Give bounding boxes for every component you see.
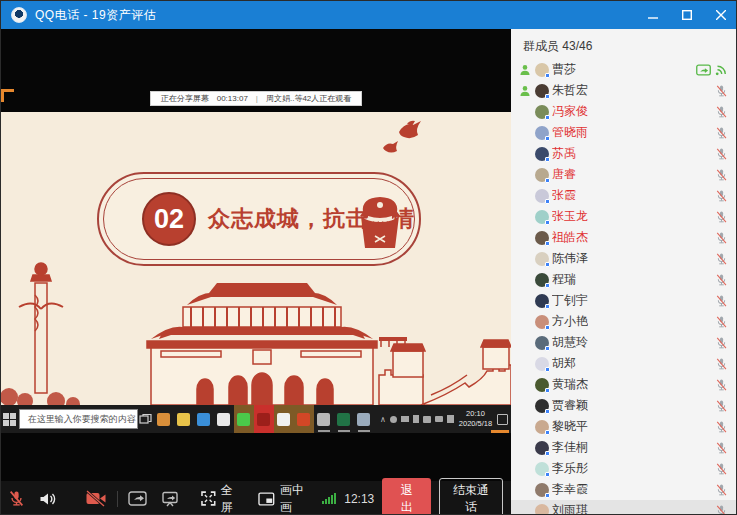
mic-muted-icon[interactable]: [715, 378, 728, 392]
mic-muted-icon[interactable]: [715, 168, 728, 182]
mic-muted-icon[interactable]: [715, 126, 728, 140]
exit-button[interactable]: 退出: [382, 478, 431, 515]
mobile-badge-icon: [545, 304, 550, 309]
member-name: 刘雨琪: [552, 502, 588, 515]
mic-muted-icon[interactable]: [715, 315, 728, 329]
member-row[interactable]: 张霞: [511, 185, 737, 206]
mic-muted-icon[interactable]: [715, 336, 728, 350]
member-avatar: [535, 147, 549, 161]
mic-muted-icon[interactable]: [715, 252, 728, 266]
camera-off-button[interactable]: [78, 481, 114, 515]
tray-icon: [401, 416, 409, 422]
fullscreen-button[interactable]: 全屏: [194, 481, 251, 515]
microphone-muted-button[interactable]: [1, 481, 32, 515]
end-call-button[interactable]: 结束通话: [439, 478, 503, 515]
maximize-button[interactable]: [670, 1, 704, 29]
system-tray: ∧: [380, 415, 454, 424]
member-name: 李乐彤: [552, 460, 588, 477]
share-status-banner: 正在分享屏幕 00:13:07 | 周文娟..等42人正在观看: [1, 90, 511, 107]
whiteboard-button[interactable]: [154, 481, 186, 515]
tray-icon: [447, 415, 454, 423]
member-avatar: [535, 483, 549, 497]
mic-muted-icon[interactable]: [715, 210, 728, 224]
qq-logo-icon: [11, 7, 27, 23]
mic-muted-icon[interactable]: [715, 231, 728, 245]
member-row[interactable]: 曹莎: [511, 59, 737, 80]
start-button-icon: [1, 405, 19, 433]
edge-icon: [194, 405, 214, 433]
mic-muted-icon[interactable]: [715, 294, 728, 308]
settings-icon: [314, 405, 334, 433]
titlebar[interactable]: QQ电话 - 19资产评估: [1, 1, 737, 29]
taskbar-search-box: 在这里输入你要搜索的内容: [19, 409, 138, 429]
member-avatar: [535, 105, 549, 119]
member-row[interactable]: 张玉龙: [511, 206, 737, 227]
member-row[interactable]: 贾睿颖: [511, 395, 737, 416]
member-avatar: [535, 189, 549, 203]
mobile-badge-icon: [545, 283, 550, 288]
slide-title-banner: 02 众志成城，抗击疫情: [97, 172, 421, 266]
picture-in-picture-button[interactable]: 画中画: [251, 481, 322, 515]
member-row[interactable]: 苏禹: [511, 143, 737, 164]
member-name: 丁钊宇: [552, 292, 588, 309]
member-row[interactable]: 李乐彤: [511, 458, 737, 479]
member-name: 陈伟泽: [552, 250, 588, 267]
mobile-badge-icon: [545, 451, 550, 456]
member-row[interactable]: 方小艳: [511, 311, 737, 332]
member-avatar: [535, 336, 549, 350]
store-icon: [154, 405, 174, 433]
member-row[interactable]: 胡慧玲: [511, 332, 737, 353]
member-row[interactable]: 李佳桐: [511, 437, 737, 458]
screen-share-button[interactable]: [121, 481, 154, 515]
mic-muted-icon[interactable]: [715, 273, 728, 287]
minimize-button[interactable]: [636, 1, 670, 29]
member-row[interactable]: 冯家俊: [511, 101, 737, 122]
member-name: 张玉龙: [552, 208, 588, 225]
members-header: 群成员 43/46: [511, 29, 737, 59]
mobile-badge-icon: [545, 367, 550, 372]
mic-muted-icon[interactable]: [715, 357, 728, 371]
mic-muted-icon[interactable]: [715, 399, 728, 413]
member-avatar: [535, 378, 549, 392]
mic-muted-icon[interactable]: [715, 420, 728, 434]
member-row[interactable]: 陈伟泽: [511, 248, 737, 269]
mic-muted-icon[interactable]: [715, 84, 728, 98]
member-row[interactable]: 祖皓杰: [511, 227, 737, 248]
mic-muted-icon[interactable]: [715, 462, 728, 476]
member-row[interactable]: 程瑞: [511, 269, 737, 290]
member-row[interactable]: 唐睿: [511, 164, 737, 185]
taskbar-share-highlight: [491, 430, 509, 433]
call-control-bar: 全屏 画中画 12:13 退出 结束通话: [1, 481, 511, 515]
member-name: 胡慧玲: [552, 334, 588, 351]
tray-chevron-icon: ∧: [380, 415, 386, 424]
member-row[interactable]: 胡郑: [511, 353, 737, 374]
member-row[interactable]: 管晓雨: [511, 122, 737, 143]
member-avatar: [535, 441, 549, 455]
close-button[interactable]: [704, 1, 737, 29]
mobile-badge-icon: [545, 157, 550, 162]
member-row[interactable]: 李幸霞: [511, 479, 737, 500]
member-name: 唐睿: [552, 166, 576, 183]
mic-muted-icon[interactable]: [715, 441, 728, 455]
member-avatar: [535, 168, 549, 182]
mic-muted-icon[interactable]: [715, 105, 728, 119]
member-row[interactable]: 黄瑞杰: [511, 374, 737, 395]
mic-muted-icon[interactable]: [715, 147, 728, 161]
member-row[interactable]: 丁钊宇: [511, 290, 737, 311]
member-avatar: [535, 420, 549, 434]
member-name: 黎晓平: [552, 418, 588, 435]
member-name: 胡郑: [552, 355, 576, 372]
member-row[interactable]: 黎晓平: [511, 416, 737, 437]
speaker-button[interactable]: [32, 481, 64, 515]
member-name: 贾睿颖: [552, 397, 588, 414]
mobile-badge-icon: [545, 409, 550, 414]
member-row[interactable]: 刘雨琪: [511, 500, 737, 515]
mic-muted-icon[interactable]: [715, 483, 728, 497]
tray-icon: [435, 416, 443, 422]
speaking-audio-icon: [715, 63, 728, 76]
member-row[interactable]: 朱哲宏: [511, 80, 737, 101]
member-avatar: [535, 399, 549, 413]
mic-muted-icon[interactable]: [715, 189, 728, 203]
member-name: 朱哲宏: [552, 82, 588, 99]
mic-muted-icon[interactable]: [715, 504, 728, 515]
